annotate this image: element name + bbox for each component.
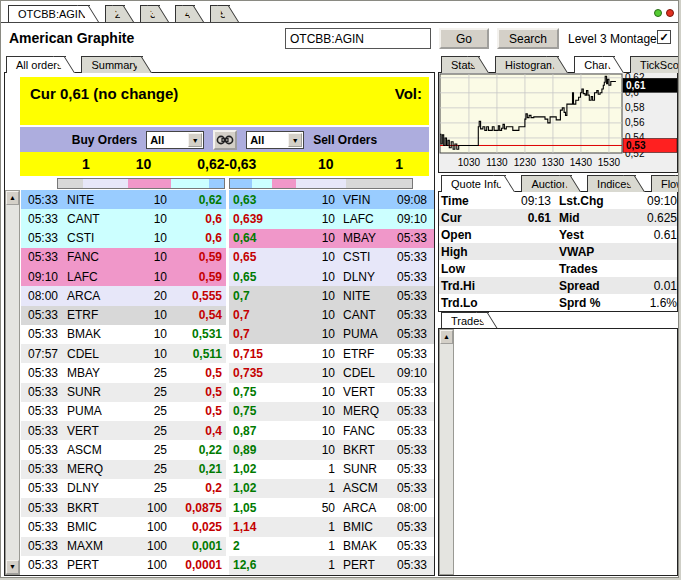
order-row[interactable]: 0,710CANT05:33 bbox=[229, 306, 434, 325]
scroll-up-icon[interactable]: ▲ bbox=[440, 330, 453, 344]
depth-segment bbox=[58, 179, 83, 188]
order-price: 0,65 bbox=[229, 270, 289, 284]
link-sides-button[interactable] bbox=[213, 130, 237, 150]
order-row[interactable]: 1,0550ARCA08:00 bbox=[229, 498, 434, 517]
order-row[interactable]: 12,61PERT05:33 bbox=[229, 556, 434, 575]
chevron-down-icon[interactable]: ▼ bbox=[288, 133, 302, 147]
scroll-up-icon[interactable]: ▲ bbox=[6, 191, 19, 205]
order-row[interactable]: 05:33DLNY250,2 bbox=[21, 479, 226, 498]
order-row[interactable]: 0,63910LAFC09:10 bbox=[229, 209, 434, 228]
order-price: 0,511 bbox=[167, 347, 226, 361]
tab-histogram[interactable]: Histogram bbox=[495, 56, 559, 73]
tab-tickscope[interactable]: TickScope bbox=[630, 56, 679, 73]
order-price: 1,02 bbox=[229, 481, 289, 495]
order-row[interactable]: 05:33VERT250,4 bbox=[21, 421, 226, 440]
order-time: 05:33 bbox=[391, 385, 434, 399]
depth-segment bbox=[83, 179, 128, 188]
order-row[interactable]: 05:33BKRT1000,0875 bbox=[21, 498, 226, 517]
order-row[interactable]: 0,71510ETRF05:33 bbox=[229, 344, 434, 363]
scroll-down-icon[interactable]: ▼ bbox=[6, 560, 19, 574]
order-row[interactable]: 05:33MBAY250,5 bbox=[21, 363, 226, 382]
symbol-tab-2[interactable]: 2 bbox=[105, 5, 125, 22]
chevron-down-icon[interactable]: ▼ bbox=[188, 133, 202, 147]
order-row[interactable]: 0,73510CDEL09:10 bbox=[229, 363, 434, 382]
order-row[interactable]: 05:33CANT100,6 bbox=[21, 209, 226, 228]
tab-quote-info[interactable]: Quote Info bbox=[441, 175, 506, 192]
order-time: 05:33 bbox=[21, 520, 67, 534]
order-row[interactable]: 0,8910BKRT05:33 bbox=[229, 440, 434, 459]
buy-filter-select[interactable]: All ▼ bbox=[146, 131, 204, 149]
order-row[interactable]: 1,021SUNR05:33 bbox=[229, 460, 434, 479]
tab-chart[interactable]: Chart bbox=[574, 56, 615, 73]
order-price: 0,59 bbox=[167, 250, 226, 264]
order-row[interactable]: 21BMAK05:33 bbox=[229, 537, 434, 556]
order-row[interactable]: 07:57CDEL100,511 bbox=[21, 344, 226, 363]
order-row[interactable]: 1,021ASCM05:33 bbox=[229, 479, 434, 498]
order-row[interactable]: 05:33PUMA250,5 bbox=[21, 402, 226, 421]
order-row[interactable]: 05:33ASCM250,22 bbox=[21, 440, 226, 459]
market-maker: DLNY bbox=[335, 270, 391, 284]
order-price: 1,14 bbox=[229, 520, 289, 534]
order-price: 0,22 bbox=[167, 443, 226, 457]
tab-indices[interactable]: Indices bbox=[587, 175, 636, 192]
order-row[interactable]: 09:10LAFC100,59 bbox=[21, 267, 226, 286]
order-row[interactable]: 0,6510DLNY05:33 bbox=[229, 267, 434, 286]
order-size: 10 bbox=[289, 366, 335, 380]
symbol-tab-5[interactable]: 5 bbox=[210, 5, 230, 22]
montage-scrollbar[interactable]: ▲ ▼ bbox=[5, 190, 20, 575]
order-row[interactable]: 0,6510CSTI05:33 bbox=[229, 248, 434, 267]
market-maker: PUMA bbox=[67, 404, 123, 418]
depth-bar-sell bbox=[229, 178, 413, 189]
order-row[interactable]: 05:33FANC100,59 bbox=[21, 248, 226, 267]
order-row[interactable]: 05:33MAXM1000,001 bbox=[21, 537, 226, 556]
symbol-tab-otcbb-agin[interactable]: OTCBB:AGIN bbox=[8, 5, 90, 22]
order-size: 1 bbox=[289, 462, 335, 476]
bbo-buy-size: 10 bbox=[136, 156, 152, 172]
order-size: 10 bbox=[123, 250, 167, 264]
order-row[interactable]: 1,141BMIC05:33 bbox=[229, 517, 434, 536]
quote-field-label: Trd.Hi bbox=[439, 279, 491, 293]
order-row[interactable]: 05:33SUNR250,5 bbox=[21, 383, 226, 402]
tab-trades[interactable]: Trades bbox=[441, 312, 489, 329]
order-row[interactable]: 0,710PUMA05:33 bbox=[229, 325, 434, 344]
depth-bar-buy bbox=[57, 178, 225, 189]
level3-montage-checkbox[interactable]: ✓ bbox=[657, 30, 671, 44]
search-button[interactable]: Search bbox=[497, 28, 559, 49]
order-price: 0,7 bbox=[229, 289, 289, 303]
tab-all-orders[interactable]: All orders bbox=[6, 56, 66, 73]
order-row[interactable]: 05:33CSTI100,6 bbox=[21, 229, 226, 248]
order-size: 100 bbox=[123, 558, 167, 572]
order-row[interactable]: 05:33MERQ250,21 bbox=[21, 460, 226, 479]
order-size: 10 bbox=[289, 443, 335, 457]
tab-flow[interactable]: Flow bbox=[651, 175, 679, 192]
symbol-input[interactable] bbox=[285, 28, 431, 49]
order-row[interactable]: 05:33BMIC1000,025 bbox=[21, 517, 226, 536]
order-row[interactable]: 0,710NITE05:33 bbox=[229, 286, 434, 305]
order-row[interactable]: 0,7510VERT05:33 bbox=[229, 383, 434, 402]
go-button[interactable]: Go bbox=[439, 28, 489, 49]
order-row[interactable]: 08:00ARCA200,555 bbox=[21, 286, 226, 305]
order-row[interactable]: 0,6410MBAY05:33 bbox=[229, 229, 434, 248]
order-size: 10 bbox=[289, 212, 335, 226]
tab-stats[interactable]: Stats bbox=[441, 56, 480, 73]
tab-summary[interactable]: Summary bbox=[81, 56, 142, 73]
order-row[interactable]: 0,6310VFIN09:08 bbox=[229, 190, 434, 209]
order-size: 10 bbox=[123, 212, 167, 226]
order-row[interactable]: 05:33BMAK100,531 bbox=[21, 325, 226, 344]
svg-text:1030: 1030 bbox=[458, 157, 481, 168]
order-size: 10 bbox=[289, 347, 335, 361]
trades-scrollbar[interactable]: ▲ bbox=[439, 329, 454, 575]
order-row[interactable]: 0,8710FANC05:33 bbox=[229, 421, 434, 440]
tab-auction[interactable]: Auction bbox=[521, 175, 572, 192]
quote-row: Trd.LoSprd %1.6% bbox=[439, 294, 677, 311]
symbol-tab-4[interactable]: 4 bbox=[175, 5, 195, 22]
depth-segment bbox=[272, 179, 296, 188]
order-row[interactable]: 05:33NITE100,62 bbox=[21, 190, 226, 209]
order-row[interactable]: 05:33ETRF100,54 bbox=[21, 306, 226, 325]
order-row[interactable]: 0,7510MERQ05:33 bbox=[229, 402, 434, 421]
order-price: 0,5 bbox=[167, 385, 226, 399]
symbol-tab-3[interactable]: 3 bbox=[140, 5, 160, 22]
order-time: 05:33 bbox=[21, 558, 67, 572]
sell-filter-select[interactable]: All ▼ bbox=[246, 131, 304, 149]
order-row[interactable]: 05:33PERT1000,0001 bbox=[21, 556, 226, 575]
